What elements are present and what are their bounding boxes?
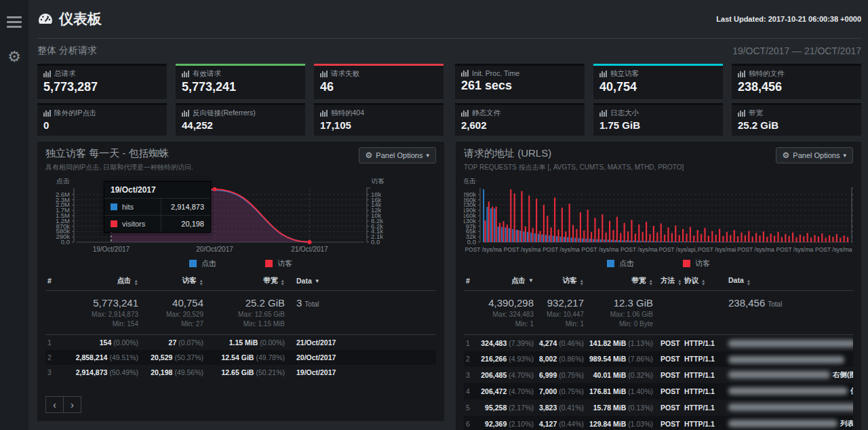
table-row[interactable]: 4206,472(4.70%)7,000(0.75%)176.81 MiB(1.… bbox=[464, 383, 853, 399]
hits-swatch bbox=[111, 203, 117, 210]
svg-text:POST /sys/ma: POST /sys/ma bbox=[620, 246, 658, 253]
stat-card-unique-404: 独特的404 17,105 bbox=[314, 103, 443, 136]
svg-text:20/Oct/2017: 20/Oct/2017 bbox=[196, 246, 233, 253]
col-header-protocol[interactable]: 协议▲▼ bbox=[682, 271, 720, 291]
svg-text:POST /sys/ma: POST /sys/ma bbox=[465, 246, 502, 253]
visitors-table: # 点击▲▼ 访客▲▼ 带宽▲▼ Data▼ 5,773,241Max: 2,9… bbox=[45, 271, 436, 380]
settings-gear-icon[interactable]: ⚙ bbox=[0, 48, 28, 66]
redacted-url: 列表) bbox=[720, 416, 853, 430]
app-brand: 仪表板 bbox=[37, 9, 102, 28]
urls-chart-legend: 点击 访客 bbox=[464, 258, 853, 269]
col-header-visitors[interactable]: 访客▲▼ bbox=[536, 271, 586, 291]
bar-chart-icon bbox=[320, 71, 328, 77]
svg-text:290k: 290k bbox=[464, 191, 476, 198]
legend-item-hits[interactable]: 点击 bbox=[607, 258, 634, 269]
svg-text:访客: 访客 bbox=[371, 178, 384, 184]
svg-text:2.6M: 2.6M bbox=[56, 191, 70, 198]
bar-chart-icon bbox=[738, 110, 745, 117]
legend-item-visitors[interactable]: 访客 bbox=[683, 258, 710, 269]
bar-chart-icon bbox=[461, 70, 469, 77]
bar-chart-icon bbox=[738, 71, 745, 77]
chart-tooltip: 19/Oct/2017 hits2,914,873 visitors20,198 bbox=[104, 181, 211, 233]
urls-panel-subtitle: TOP REQUESTS 按点击率 [, AVGTS, CUMTS, MAXTS… bbox=[464, 163, 684, 172]
stat-card-static-files: 静态文件 2,602 bbox=[455, 103, 585, 136]
page-title: 仪表板 bbox=[59, 9, 102, 28]
topbar: 仪表板 Last Updated: 2017-10-21 06:00:38 +0… bbox=[37, 0, 861, 39]
col-header-hits[interactable]: 点击▲▼ bbox=[60, 271, 140, 291]
col-header-hits[interactable]: 点击▼ bbox=[477, 271, 536, 291]
visitors-swatch bbox=[111, 220, 117, 227]
urls-panel-title: 请求的地址 (URLS) bbox=[464, 147, 684, 160]
gear-icon: ⚙ bbox=[366, 151, 373, 160]
table-row[interactable]: 1154(0.00%)27(0.07%)1.15 MiB(0.00%)21/Oc… bbox=[45, 335, 436, 351]
redacted-url bbox=[720, 351, 853, 367]
svg-text:点击: 点击 bbox=[56, 178, 70, 184]
redacted-url: 列值) bbox=[720, 335, 853, 352]
last-updated: Last Updated: 2017-10-21 06:00:38 +0000 bbox=[716, 15, 861, 23]
table-row[interactable]: 32,914,873(50.49%)20,198(49.56%)12.65 Gi… bbox=[45, 365, 436, 380]
stat-cards-row-2: 除外的IP点击 0 反向链接(Referrers) 44,252 独特的404 … bbox=[37, 103, 861, 136]
table-row[interactable]: 22,858,214(49.51%)20,529(50.37%)12.54 Gi… bbox=[45, 350, 436, 365]
table-row[interactable]: 595,258(2.17%)3,823(0.41%)15.78 MiB(0.13… bbox=[464, 399, 853, 416]
redacted-url: 右侧(图标上标) bbox=[720, 367, 853, 383]
col-header-index[interactable]: # bbox=[464, 271, 477, 291]
legend-item-visitors[interactable]: 访客 bbox=[265, 258, 292, 269]
date-range: 19/OCT/2017 — 21/OCT/2017 bbox=[732, 45, 861, 56]
urls-chart: 0.032k65k97k130k160k190k230k260k290k点击0.… bbox=[464, 178, 853, 257]
table-row[interactable]: 1324,483(7.39%)4,274(0.46%)141.82 MiB(1.… bbox=[464, 335, 853, 352]
prev-page-button[interactable]: ‹ bbox=[45, 396, 64, 413]
table-row[interactable]: 2216,266(4.93%)8,002(0.86%)989.54 MiB(7.… bbox=[464, 351, 853, 367]
stat-card-excluded-ip-hits: 除外的IP点击 0 bbox=[37, 103, 167, 136]
stat-card-unique-files: 独特的文件 238,456 bbox=[732, 64, 861, 99]
summary-row: 5,773,241Max: 2,914,873Min: 154 40,754Ma… bbox=[45, 291, 436, 335]
stat-card-total-requests: 总请求 5,773,287 bbox=[37, 64, 167, 99]
svg-text:21/Oct/2017: 21/Oct/2017 bbox=[291, 246, 328, 253]
col-header-bandwidth[interactable]: 带宽▲▼ bbox=[586, 271, 655, 291]
svg-text:POST /sys/ma: POST /sys/ma bbox=[776, 246, 814, 253]
gear-icon: ⚙ bbox=[783, 151, 790, 160]
bar-chart-icon bbox=[43, 71, 51, 77]
stat-card-init-proc-time: Init. Proc. Time 261 secs bbox=[455, 64, 585, 99]
table-row[interactable]: 3206,485(4.70%)6,999(0.75%)40.01 MiB(0.3… bbox=[464, 367, 853, 383]
stat-card-unique-visitors: 独立访客 40,754 bbox=[593, 64, 723, 99]
visitors-chart: 0.0290k580k870k1.2M1.5M1.7M2.0M2.3M2.6M点… bbox=[45, 178, 436, 257]
table-row[interactable]: 692,369(2.10%)4,127(0.44%)129.84 MiB(1.0… bbox=[464, 416, 853, 430]
svg-text:19/Oct/2017: 19/Oct/2017 bbox=[93, 246, 130, 253]
svg-text:POST /sys/ma: POST /sys/ma bbox=[815, 246, 852, 253]
dashboard-gauge-icon bbox=[37, 12, 54, 26]
visitors-panel: 独立访客 每一天 - 包括蜘蛛 具有相同的IP点击, 日期和代理是一种独特的访问… bbox=[37, 142, 444, 421]
col-header-bandwidth[interactable]: 带宽▲▼ bbox=[205, 271, 287, 291]
svg-text:POST /sys/mai: POST /sys/mai bbox=[698, 246, 736, 253]
col-header-data[interactable]: Data▲▼ bbox=[720, 271, 853, 291]
svg-text:POST /sys/api,: POST /sys/api, bbox=[658, 246, 697, 253]
urls-panel: 请求的地址 (URLS) TOP REQUESTS 按点击率 [, AVGTS,… bbox=[456, 142, 861, 430]
col-header-index[interactable]: # bbox=[45, 271, 60, 291]
stat-card-bandwidth: 带宽 25.2 GiB bbox=[732, 103, 861, 136]
caret-down-icon: ▾ bbox=[426, 152, 429, 159]
legend-item-hits[interactable]: 点击 bbox=[189, 258, 216, 269]
sidebar: ⚙ bbox=[0, 0, 28, 430]
visitors-panel-options-button[interactable]: ⚙ Panel Options ▾ bbox=[359, 147, 436, 163]
visitors-pagination: ‹ › bbox=[45, 396, 436, 413]
bar-chart-icon bbox=[599, 71, 607, 77]
bar-chart-icon bbox=[182, 110, 189, 117]
visitors-chart-legend: 点击 访客 bbox=[45, 258, 436, 269]
visitors-panel-title: 独立访客 每一天 - 包括蜘蛛 bbox=[45, 147, 193, 160]
stat-card-referrers: 反向链接(Referrers) 44,252 bbox=[176, 103, 305, 136]
col-header-visitors[interactable]: 访客▲▼ bbox=[140, 271, 205, 291]
bar-chart-icon bbox=[43, 110, 51, 117]
col-header-data[interactable]: Data▼ bbox=[287, 271, 436, 291]
svg-text:POST /sys/ma: POST /sys/ma bbox=[737, 246, 774, 253]
summary-row: 4,390,298Max: 324,483Min: 1 932,217Max: … bbox=[464, 291, 853, 335]
next-page-button[interactable]: › bbox=[63, 396, 81, 413]
bar-chart-icon bbox=[599, 110, 607, 117]
urls-panel-options-button[interactable]: ⚙ Panel Options ▾ bbox=[776, 147, 853, 163]
svg-text:POST /sys/ma: POST /sys/ma bbox=[582, 246, 619, 253]
redacted-url: 值) bbox=[720, 383, 853, 399]
redacted-url: 标) bbox=[720, 399, 853, 416]
caret-down-icon: ▾ bbox=[843, 152, 846, 159]
overview-title: 整体 分析请求 bbox=[37, 45, 97, 57]
svg-text:POST /sys/ma: POST /sys/ma bbox=[504, 246, 541, 253]
menu-icon[interactable] bbox=[7, 16, 22, 28]
col-header-method[interactable]: 方法▲▼ bbox=[655, 271, 682, 291]
